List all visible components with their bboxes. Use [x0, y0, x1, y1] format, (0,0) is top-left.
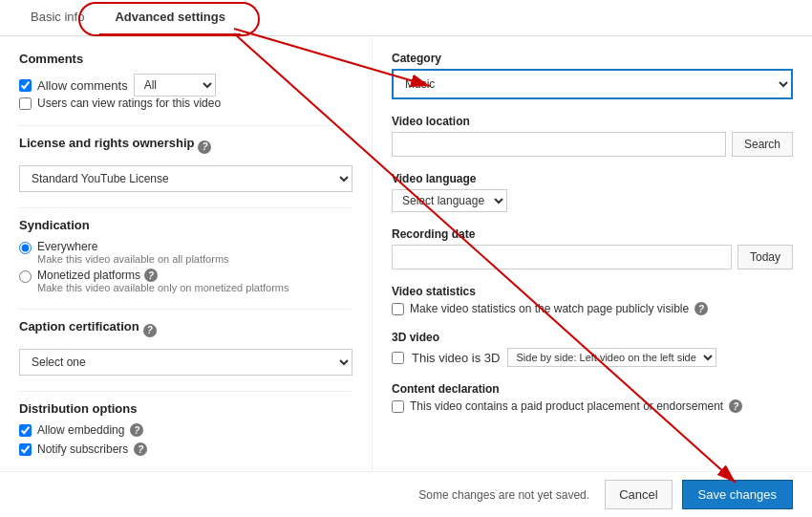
content-declaration-row: This video contains a paid product place… [392, 399, 793, 413]
tab-advanced-settings[interactable]: Advanced settings [99, 0, 241, 36]
recording-date-input[interactable] [392, 245, 732, 269]
video-location-row: Search [392, 132, 793, 157]
monetized-radio[interactable] [19, 270, 32, 283]
content-declaration-help-icon[interactable]: ? [729, 399, 742, 413]
embedding-label: Allow embedding [37, 423, 124, 437]
license-section: License and rights ownership ? Standard … [19, 136, 353, 192]
recording-date-section: Recording date Today [392, 227, 793, 269]
save-button[interactable]: Save changes [682, 480, 793, 509]
everywhere-radio[interactable] [19, 242, 32, 254]
statistics-checkbox[interactable] [392, 303, 404, 315]
comments-section: Comments Allow comments All Approved Dis… [19, 52, 353, 110]
3d-side-select[interactable]: Side by side: Left video on the left sid… [507, 348, 716, 367]
license-select[interactable]: Standard YouTube License Creative Common… [19, 165, 353, 192]
tab-basic-info[interactable]: Basic info [15, 0, 99, 36]
license-help-icon[interactable]: ? [198, 140, 211, 154]
monetized-help-icon[interactable]: ? [144, 269, 158, 282]
tabs-bar: Basic info Advanced settings [0, 0, 812, 36]
allow-comments-label: Allow comments [37, 78, 128, 93]
everywhere-label: Everywhere [37, 240, 229, 253]
3d-row: This video is 3D Side by side: Left vide… [392, 348, 793, 367]
statistics-row: Make video statistics on the watch page … [392, 302, 793, 315]
category-select[interactable]: Music Education Entertainment Gaming [392, 69, 793, 99]
unsaved-text: Some changes are not yet saved. [418, 488, 589, 502]
notify-checkbox[interactable] [19, 443, 32, 456]
3d-checkbox-label: This video is 3D [412, 351, 500, 365]
syndication-title: Syndication [19, 218, 353, 232]
allow-comments-row: Allow comments All Approved Disabled [19, 74, 353, 97]
notify-help-icon[interactable]: ? [134, 442, 147, 456]
ratings-label: Users can view ratings for this video [37, 97, 221, 110]
3d-label: 3D video [392, 331, 793, 344]
caption-select[interactable]: Select one [19, 349, 353, 376]
content-declaration-checkbox-label: This video contains a paid product place… [410, 399, 723, 413]
cancel-button[interactable]: Cancel [605, 480, 672, 509]
3d-checkbox[interactable] [392, 352, 404, 364]
allow-comments-checkbox[interactable] [19, 79, 32, 92]
statistics-label: Make video statistics on the watch page … [410, 302, 689, 315]
video-language-label: Video language [392, 172, 793, 185]
recording-date-row: Today [392, 245, 793, 269]
video-statistics-section: Video statistics Make video statistics o… [392, 285, 793, 315]
caption-help-icon[interactable]: ? [143, 324, 157, 337]
video-language-section: Video language Select language English S… [392, 172, 793, 212]
main-content: Comments Allow comments All Approved Dis… [0, 36, 812, 513]
monetized-row: Monetized platforms ? Make this video av… [19, 269, 353, 293]
category-section: Category Music Education Entertainment G… [392, 52, 793, 99]
search-button[interactable]: Search [732, 132, 793, 157]
embedding-row: Allow embedding ? [19, 423, 353, 437]
embedding-checkbox[interactable] [19, 424, 32, 437]
distribution-section: Distribution options Allow embedding ? N… [19, 401, 353, 456]
footer: Some changes are not yet saved. Cancel S… [0, 471, 812, 517]
ratings-row: Users can view ratings for this video [19, 97, 353, 110]
comments-title: Comments [19, 52, 353, 66]
everywhere-sub: Make this video available on all platfor… [37, 253, 229, 265]
allow-comments-select[interactable]: All Approved Disabled [134, 74, 216, 97]
license-title: License and rights ownership [19, 136, 194, 150]
content-declaration-checkbox[interactable] [392, 400, 404, 413]
notify-row: Notify subscribers ? [19, 442, 353, 456]
category-label: Category [392, 52, 793, 65]
content-declaration-label: Content declaration [392, 382, 793, 396]
ratings-checkbox[interactable] [19, 97, 32, 110]
video-location-label: Video location [392, 115, 793, 128]
monetized-sub: Make this video available only on moneti… [37, 282, 289, 293]
monetized-label: Monetized platforms [37, 269, 140, 282]
caption-section: Caption certification ? Select one [19, 319, 353, 376]
left-panel: Comments Allow comments All Approved Dis… [0, 36, 373, 513]
video-location-input[interactable] [392, 132, 726, 157]
embedding-help-icon[interactable]: ? [130, 423, 143, 437]
everywhere-row: Everywhere Make this video available on … [19, 240, 353, 265]
distribution-title: Distribution options [19, 401, 353, 416]
notify-label: Notify subscribers [37, 442, 128, 456]
content-declaration-section: Content declaration This video contains … [392, 382, 793, 413]
video-location-section: Video location Search [392, 115, 793, 157]
recording-date-label: Recording date [392, 227, 793, 241]
3d-video-section: 3D video This video is 3D Side by side: … [392, 331, 793, 367]
right-panel: Category Music Education Entertainment G… [373, 36, 812, 513]
video-statistics-label: Video statistics [392, 285, 793, 298]
syndication-section: Syndication Everywhere Make this video a… [19, 218, 353, 293]
caption-title: Caption certification [19, 319, 139, 334]
video-language-select[interactable]: Select language English Spanish French [392, 189, 507, 212]
today-button[interactable]: Today [737, 245, 793, 269]
statistics-help-icon[interactable]: ? [694, 302, 708, 315]
